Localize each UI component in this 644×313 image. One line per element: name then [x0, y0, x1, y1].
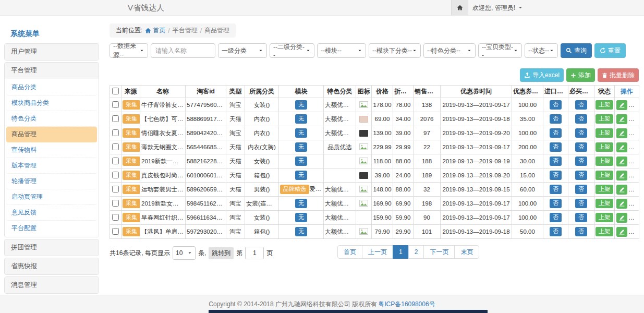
module-none-badge[interactable]: 无: [295, 142, 307, 152]
import-select-toggle[interactable]: 否: [550, 171, 562, 180]
status-badge[interactable]: 上架: [596, 213, 613, 222]
sidebar-item-4[interactable]: 消息管理: [5, 277, 99, 293]
sidebar-item-1[interactable]: 平台管理: [5, 63, 99, 79]
must-buy-toggle[interactable]: 否: [575, 199, 587, 208]
import-excel-button[interactable]: 导入excel: [520, 68, 564, 82]
import-select-toggle[interactable]: 否: [550, 100, 562, 110]
import-select-toggle[interactable]: 否: [550, 199, 562, 208]
status-badge[interactable]: 上架: [596, 199, 613, 208]
status-badge[interactable]: 上架: [596, 227, 613, 236]
menu-sub-item[interactable]: 商品管理: [6, 127, 97, 142]
pager-button-2[interactable]: 1: [393, 245, 409, 259]
edit-button[interactable]: [616, 227, 627, 237]
module-none-badge[interactable]: 无: [295, 171, 307, 180]
add-button[interactable]: 添加: [566, 68, 595, 82]
status-badge[interactable]: 上架: [596, 185, 613, 194]
row-checkbox[interactable]: [112, 158, 119, 164]
must-buy-toggle[interactable]: 否: [575, 156, 587, 166]
import-select-toggle[interactable]: 否: [550, 114, 562, 124]
menu-sub-item[interactable]: 平台配置: [6, 221, 97, 236]
pager-button-0[interactable]: 首页: [337, 245, 362, 259]
name-search-input[interactable]: [151, 43, 215, 58]
filter-select-data-source[interactable]: --数据来源--: [110, 43, 148, 58]
row-checkbox[interactable]: [112, 115, 119, 122]
breadcrumb-home-link[interactable]: 首页: [145, 26, 165, 35]
page-number-input[interactable]: [245, 247, 264, 259]
import-select-toggle[interactable]: 否: [550, 185, 562, 194]
must-buy-toggle[interactable]: 否: [575, 100, 587, 110]
menu-sub-item[interactable]: 商品分类: [6, 80, 97, 95]
menu-sub-item[interactable]: 启动页管理: [6, 189, 97, 205]
menu-sub-item[interactable]: 模块商品分类: [6, 95, 97, 111]
status-badge[interactable]: 上架: [596, 100, 613, 110]
module-none-badge[interactable]: 无: [295, 199, 307, 208]
icp-link[interactable]: 粤ICP备16098006号: [378, 300, 435, 309]
must-buy-toggle[interactable]: 否: [575, 227, 587, 236]
edit-button[interactable]: [616, 114, 627, 124]
filter-select-item-type[interactable]: --宝贝类型--: [478, 43, 522, 58]
module-none-badge[interactable]: 无: [295, 227, 307, 236]
edit-button[interactable]: [616, 142, 627, 152]
batch-delete-button[interactable]: 批量删除: [598, 68, 639, 82]
row-checkbox[interactable]: [112, 101, 119, 108]
pager-button-5[interactable]: 末页: [454, 245, 479, 259]
menu-sub-item[interactable]: 特色分类: [6, 111, 97, 127]
row-checkbox[interactable]: [112, 200, 119, 207]
edit-button[interactable]: [616, 128, 627, 138]
pager-button-4[interactable]: 下一页: [423, 245, 455, 259]
pager-button-3[interactable]: 2: [408, 245, 424, 259]
row-checkbox[interactable]: [112, 143, 119, 150]
edit-button[interactable]: [616, 199, 627, 209]
module-none-badge[interactable]: 无: [295, 114, 307, 124]
jump-button[interactable]: 跳转到: [209, 247, 234, 259]
module-none-badge[interactable]: 无: [295, 213, 307, 222]
row-checkbox[interactable]: [112, 214, 119, 221]
sidebar-item-3[interactable]: 省惠快报: [5, 258, 99, 274]
filter-select-module-sub[interactable]: --模块下分类--: [369, 43, 421, 58]
per-page-select[interactable]: 10: [173, 246, 196, 260]
edit-button[interactable]: [616, 171, 627, 180]
row-checkbox[interactable]: [112, 172, 119, 178]
must-buy-toggle[interactable]: 否: [575, 171, 587, 180]
filter-select-special-category[interactable]: --特色分类--: [423, 43, 476, 58]
status-badge[interactable]: 上架: [596, 156, 613, 166]
import-select-toggle[interactable]: 否: [550, 227, 562, 236]
must-buy-toggle[interactable]: 否: [575, 114, 587, 124]
user-dropdown[interactable]: 欢迎您, 管理员!: [472, 0, 523, 16]
status-badge[interactable]: 上架: [596, 142, 613, 152]
reset-button[interactable]: 重置: [594, 43, 626, 58]
must-buy-toggle[interactable]: 否: [575, 128, 587, 138]
import-select-toggle[interactable]: 否: [550, 213, 562, 222]
module-none-badge[interactable]: 无: [295, 156, 307, 166]
must-buy-toggle[interactable]: 否: [575, 213, 587, 222]
module-none-badge[interactable]: 无: [295, 100, 307, 110]
sidebar-item-2[interactable]: 拼团管理: [5, 239, 99, 256]
edit-button[interactable]: [616, 100, 627, 110]
status-badge[interactable]: 上架: [596, 128, 613, 138]
status-badge[interactable]: 上架: [596, 171, 613, 180]
home-button[interactable]: [451, 0, 468, 16]
menu-sub-item[interactable]: 意见反馈: [6, 205, 97, 221]
edit-button[interactable]: [616, 156, 627, 166]
must-buy-toggle[interactable]: 否: [575, 142, 587, 152]
module-none-badge[interactable]: 无: [295, 128, 307, 138]
sidebar-item-0[interactable]: 用户管理: [5, 44, 99, 60]
status-badge[interactable]: 上架: [596, 114, 613, 124]
edit-button[interactable]: [616, 185, 627, 195]
filter-select-category-2[interactable]: --二级分类--: [270, 43, 314, 58]
must-buy-toggle[interactable]: 否: [575, 185, 587, 194]
select-all-checkbox[interactable]: [112, 88, 119, 94]
edit-button[interactable]: [616, 213, 627, 223]
import-select-toggle[interactable]: 否: [550, 142, 562, 152]
import-select-toggle[interactable]: 否: [550, 128, 562, 138]
import-select-toggle[interactable]: 否: [550, 156, 562, 166]
filter-select-status[interactable]: --状态--: [525, 43, 558, 58]
row-checkbox[interactable]: [112, 228, 119, 235]
menu-sub-item[interactable]: 版本管理: [6, 158, 97, 174]
search-button[interactable]: 查询: [561, 43, 592, 58]
pager-button-1[interactable]: 上一页: [362, 245, 393, 259]
filter-select-category-1[interactable]: 一级分类: [218, 43, 267, 58]
menu-sub-item[interactable]: 轮播管理: [6, 174, 97, 189]
row-checkbox[interactable]: [112, 186, 119, 192]
row-checkbox[interactable]: [112, 129, 119, 136]
